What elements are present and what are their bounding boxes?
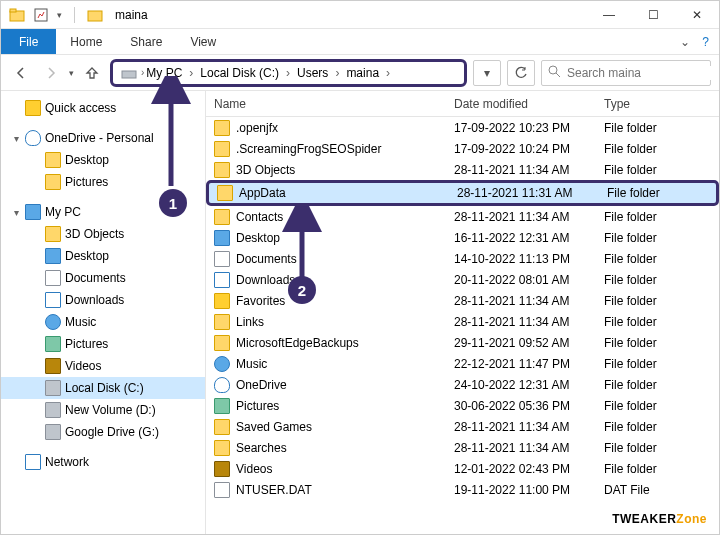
file-row[interactable]: .openjfx17-09-2022 10:23 PMFile folder bbox=[206, 117, 719, 138]
tree-item[interactable]: ▾OneDrive - Personal bbox=[1, 127, 205, 149]
tree-item[interactable]: New Volume (D:) bbox=[1, 399, 205, 421]
address-dropdown-icon[interactable]: ▾ bbox=[473, 60, 501, 86]
file-name: OneDrive bbox=[236, 378, 287, 392]
tree-item[interactable]: Documents bbox=[1, 267, 205, 289]
chevron-right-icon[interactable]: › bbox=[283, 66, 293, 80]
file-row[interactable]: OneDrive24-10-2022 12:31 AMFile folder bbox=[206, 374, 719, 395]
tree-item[interactable]: Desktop bbox=[1, 245, 205, 267]
tab-share[interactable]: Share bbox=[116, 29, 176, 54]
file-row[interactable]: Favorites28-11-2021 11:34 AMFile folder bbox=[206, 290, 719, 311]
file-list-body[interactable]: .openjfx17-09-2022 10:23 PMFile folder.S… bbox=[206, 117, 719, 535]
up-button[interactable] bbox=[80, 61, 104, 85]
back-button[interactable] bbox=[9, 61, 33, 85]
tab-view[interactable]: View bbox=[176, 29, 230, 54]
tree-item[interactable]: 3D Objects bbox=[1, 223, 205, 245]
file-row[interactable]: NTUSER.DAT19-11-2022 11:00 PMDAT File bbox=[206, 479, 719, 500]
svg-rect-3 bbox=[88, 11, 102, 21]
file-type: File folder bbox=[596, 378, 719, 392]
file-row[interactable]: AppData28-11-2021 11:31 AMFile folder bbox=[206, 180, 719, 206]
forward-button[interactable] bbox=[39, 61, 63, 85]
file-date: 28-11-2021 11:34 AM bbox=[446, 163, 596, 177]
file-row[interactable]: Links28-11-2021 11:34 AMFile folder bbox=[206, 311, 719, 332]
watermark: TWEAKERZone bbox=[612, 511, 707, 526]
file-row[interactable]: Documents14-10-2022 11:13 PMFile folder bbox=[206, 248, 719, 269]
file-row[interactable]: Saved Games28-11-2021 11:34 AMFile folde… bbox=[206, 416, 719, 437]
tree-item[interactable]: Music bbox=[1, 311, 205, 333]
search-box[interactable] bbox=[541, 60, 711, 86]
close-button[interactable]: ✕ bbox=[675, 1, 719, 29]
file-row[interactable]: Pictures30-06-2022 05:36 PMFile folder bbox=[206, 395, 719, 416]
tree-item-label: Videos bbox=[65, 359, 101, 373]
tree-item-label: Desktop bbox=[65, 153, 109, 167]
file-date: 14-10-2022 11:13 PM bbox=[446, 252, 596, 266]
file-row[interactable]: .ScreamingFrogSEOSpider17-09-2022 10:24 … bbox=[206, 138, 719, 159]
file-date: 12-01-2022 02:43 PM bbox=[446, 462, 596, 476]
doc-icon bbox=[214, 251, 230, 267]
file-row[interactable]: 3D Objects28-11-2021 11:34 AMFile folder bbox=[206, 159, 719, 180]
breadcrumb-segment[interactable]: maina bbox=[344, 66, 381, 80]
tree-item[interactable]: Network bbox=[1, 451, 205, 473]
file-name: NTUSER.DAT bbox=[236, 483, 312, 497]
file-date: 28-11-2021 11:34 AM bbox=[446, 420, 596, 434]
folder-icon bbox=[214, 419, 230, 435]
cloud-icon bbox=[214, 377, 230, 393]
file-row[interactable]: Music22-12-2021 11:47 PMFile folder bbox=[206, 353, 719, 374]
refresh-button[interactable] bbox=[507, 60, 535, 86]
breadcrumb-segment[interactable]: Users bbox=[295, 66, 330, 80]
properties-icon[interactable] bbox=[33, 7, 49, 23]
chevron-right-icon[interactable]: › bbox=[332, 66, 342, 80]
quick-access-toolbar: ▾ maina bbox=[1, 7, 156, 23]
file-row[interactable]: Downloads20-11-2022 08:01 AMFile folder bbox=[206, 269, 719, 290]
column-name[interactable]: Name bbox=[206, 97, 446, 111]
tree-item[interactable]: Downloads bbox=[1, 289, 205, 311]
tree-item[interactable]: Google Drive (G:) bbox=[1, 421, 205, 443]
tab-home[interactable]: Home bbox=[56, 29, 116, 54]
folder-icon bbox=[45, 226, 61, 242]
address-bar[interactable]: › My PC›Local Disk (C:)›Users›maina› bbox=[110, 59, 467, 87]
tree-item-label: My PC bbox=[45, 205, 81, 219]
maximize-button[interactable]: ☐ bbox=[631, 1, 675, 29]
column-date[interactable]: Date modified bbox=[446, 97, 596, 111]
file-row[interactable]: Contacts28-11-2021 11:34 AMFile folder bbox=[206, 206, 719, 227]
music-icon bbox=[45, 314, 61, 330]
breadcrumb-segment[interactable]: Local Disk (C:) bbox=[198, 66, 281, 80]
file-type: File folder bbox=[596, 163, 719, 177]
ribbon-expand-icon[interactable]: ⌄ bbox=[680, 35, 690, 49]
drive-icon bbox=[121, 65, 137, 81]
tree-item[interactable]: Local Disk (C:) bbox=[1, 377, 205, 399]
tree-item[interactable]: Desktop bbox=[1, 149, 205, 171]
column-type[interactable]: Type bbox=[596, 97, 719, 111]
search-input[interactable] bbox=[567, 66, 717, 80]
file-row[interactable]: Videos12-01-2022 02:43 PMFile folder bbox=[206, 458, 719, 479]
tree-item[interactable]: Videos bbox=[1, 355, 205, 377]
file-type: File folder bbox=[596, 315, 719, 329]
qat-dropdown-icon[interactable]: ▾ bbox=[57, 10, 62, 20]
vid-icon bbox=[214, 461, 230, 477]
file-name: Music bbox=[236, 357, 267, 371]
chevron-right-icon[interactable]: › bbox=[186, 66, 196, 80]
file-name: .ScreamingFrogSEOSpider bbox=[236, 142, 381, 156]
navigation-tree[interactable]: Quick access▾OneDrive - PersonalDesktopP… bbox=[1, 91, 206, 535]
breadcrumb-segment[interactable]: My PC bbox=[144, 66, 184, 80]
help-icon[interactable]: ? bbox=[702, 35, 709, 49]
tree-item[interactable]: Pictures bbox=[1, 333, 205, 355]
file-name: AppData bbox=[239, 186, 286, 200]
tree-item-label: Pictures bbox=[65, 175, 108, 189]
tree-item-label: Google Drive (G:) bbox=[65, 425, 159, 439]
recent-locations-icon[interactable]: ▾ bbox=[69, 68, 74, 78]
expander-icon[interactable]: ▾ bbox=[11, 133, 21, 144]
file-row[interactable]: Searches28-11-2021 11:34 AMFile folder bbox=[206, 437, 719, 458]
pic-icon bbox=[45, 336, 61, 352]
tab-file[interactable]: File bbox=[1, 29, 56, 54]
expander-icon[interactable]: ▾ bbox=[11, 207, 21, 218]
file-name: Searches bbox=[236, 441, 287, 455]
tree-item[interactable]: Quick access bbox=[1, 97, 205, 119]
file-date: 29-11-2021 09:52 AM bbox=[446, 336, 596, 350]
minimize-button[interactable]: — bbox=[587, 1, 631, 29]
chevron-right-icon[interactable]: › bbox=[383, 66, 393, 80]
column-headers[interactable]: Name Date modified Type bbox=[206, 91, 719, 117]
file-row[interactable]: MicrosoftEdgeBackups29-11-2021 09:52 AMF… bbox=[206, 332, 719, 353]
file-type: File folder bbox=[596, 420, 719, 434]
file-name: Pictures bbox=[236, 399, 279, 413]
file-row[interactable]: Desktop16-11-2022 12:31 AMFile folder bbox=[206, 227, 719, 248]
